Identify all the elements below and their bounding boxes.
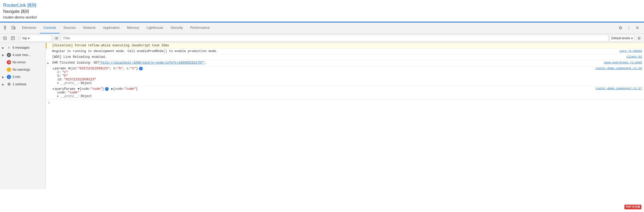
- more-options-button[interactable]: ⋮: [625, 24, 632, 32]
- svg-line-6: [4, 37, 6, 39]
- angular-dev-text: Angular is running in development mode. …: [52, 49, 218, 53]
- tab-security[interactable]: Security: [167, 23, 186, 34]
- clear-console-button[interactable]: [2, 35, 8, 42]
- console-toolbar: top ▾ Default levels ▾ ⚙: [0, 34, 644, 43]
- tab-performance[interactable]: Performance: [186, 23, 213, 34]
- inspect-element-icon[interactable]: [3, 25, 9, 31]
- params-row: ▼ params ▼ {id: "823712312938123" , h: "…: [46, 66, 644, 86]
- live-expressions-button[interactable]: [53, 35, 60, 42]
- params-h-key: , h:: [110, 67, 117, 70]
- params-obj-open: {id:: [70, 67, 77, 70]
- params-obj-close: }: [136, 67, 138, 70]
- query-params-field-proto: ▶ __proto__: Object: [57, 94, 92, 98]
- console-prompt-row[interactable]: ›: [46, 99, 644, 106]
- params-field-c: c: "c": [57, 70, 96, 74]
- devtools-panel: Elements Console Sources Network Applica…: [0, 22, 644, 189]
- wds-row: [WDS] Live Reloading enabled. client:52: [46, 54, 644, 60]
- params-id-value: "823712312938123": [77, 67, 109, 70]
- verbose-icon: ⚙: [7, 82, 11, 86]
- params-expand-icon[interactable]: ▼: [52, 68, 54, 69]
- xhr-source[interactable]: zone-evergreen.js:2845: [599, 61, 642, 64]
- close-devtools-button[interactable]: ✕: [634, 24, 641, 32]
- tab-bar: Elements Console Sources Network Applica…: [0, 23, 644, 34]
- params-h-value: "h": [117, 67, 123, 70]
- filter-toggle-button[interactable]: [9, 35, 16, 42]
- params-c-key: , c:: [123, 67, 130, 70]
- params-c-value: "c": [130, 67, 136, 70]
- user-messages-icon: ●: [7, 53, 11, 57]
- params-field-proto: ▶ __proto__: Object: [57, 81, 96, 85]
- router-link-text[interactable]: RouterLink 跳转: [3, 2, 641, 8]
- info-icon: i: [7, 75, 11, 79]
- warnings-icon: !: [7, 68, 11, 72]
- console-main: ▶ ≡ 6 messages ▶ ● 4 user mes... ▶ ✕ No …: [0, 43, 644, 189]
- query-params-expand2: ▼: [77, 87, 79, 91]
- params-info-icon[interactable]: i: [139, 67, 143, 70]
- params-source[interactable]: router-demo.component.ts:16: [590, 67, 642, 70]
- level-selector[interactable]: Default levels ▾: [609, 35, 635, 42]
- device-toggle-icon[interactable]: [10, 25, 16, 31]
- query-params-obj-close: }: [102, 87, 104, 91]
- chevron-right-icon-user: ▶: [2, 54, 5, 57]
- settings-button[interactable]: ⚙: [617, 24, 624, 32]
- query-params-code-value2: "code": [125, 87, 136, 91]
- params-inline-text: ▼: [68, 67, 70, 70]
- xhr-expand-icon[interactable]: ▶: [47, 62, 49, 65]
- query-params-obj-open: {code:: [79, 87, 91, 91]
- console-settings-button[interactable]: ⚙: [636, 35, 642, 42]
- level-chevron-icon: ▾: [631, 36, 633, 40]
- xhr-url-link[interactable]: "http://localhost:4200/sockjs-node/info?…: [99, 61, 205, 65]
- tab-sources[interactable]: Sources: [60, 23, 80, 34]
- wds-source[interactable]: client:52: [621, 55, 642, 58]
- query-params-source[interactable]: router-demo.component.ts:17: [590, 87, 642, 90]
- svg-rect-0: [4, 26, 6, 28]
- prompt-chevron-icon: ›: [48, 101, 50, 105]
- params-label-text: params: [55, 67, 66, 70]
- context-selector[interactable]: top ▾: [21, 35, 52, 42]
- query-params-inline2: ▶{code:: [111, 87, 124, 91]
- query-params-info-icon[interactable]: i: [105, 87, 109, 91]
- tab-elements[interactable]: Elements: [18, 23, 40, 34]
- query-params-field-code: code: "code": [57, 91, 92, 94]
- sidebar-item-warnings[interactable]: ▶ ! No warnings: [0, 66, 46, 73]
- page-content: RouterLink 跳转 Navigate 跳转 router-demo wo…: [0, 0, 644, 22]
- query-params-code-value1: "code": [91, 87, 102, 91]
- tab-application[interactable]: Application: [99, 23, 123, 34]
- xhr-suffix-text: .: [205, 61, 207, 65]
- tab-console[interactable]: Console: [40, 23, 60, 34]
- chevron-right-icon-verbose: ▶: [2, 83, 5, 86]
- console-input[interactable]: [52, 101, 642, 105]
- svg-rect-3: [12, 26, 14, 29]
- tab-bar-icons: [1, 25, 18, 31]
- query-params-expand-icon[interactable]: ▼: [52, 88, 54, 90]
- works-text: router-demo works!: [3, 15, 641, 19]
- query-params-label: queryParams: [55, 87, 75, 91]
- errors-icon: ✕: [7, 60, 11, 64]
- params-field-h: h: "h": [57, 74, 96, 78]
- wds-text: [WDS] Live Reloading enabled.: [52, 55, 107, 59]
- svg-rect-4: [14, 27, 15, 29]
- angular-dev-source[interactable]: core.js:26833: [614, 49, 642, 53]
- sidebar-item-errors[interactable]: ▶ ✕ No errors: [0, 59, 46, 66]
- sidebar-item-user-messages[interactable]: ▶ ● 4 user mes...: [0, 51, 46, 59]
- sidebar-item-info[interactable]: ▶ i 5 info: [0, 73, 46, 81]
- chevron-right-icon: ▶: [2, 46, 5, 49]
- query-proto-expand-icon[interactable]: ▶: [57, 94, 59, 98]
- proto-expand-icon[interactable]: ▶: [57, 81, 59, 85]
- angular-dev-row: Angular is running in development mode. …: [46, 49, 644, 54]
- params-field-id: id: "823712312938123": [57, 78, 96, 81]
- tab-network[interactable]: Network: [80, 23, 99, 34]
- tab-lighthouse[interactable]: Lighthouse: [143, 23, 167, 34]
- tab-bar-actions: ⚙ ⋮ ✕: [617, 24, 643, 32]
- sidebar-item-messages[interactable]: ▶ ≡ 6 messages: [0, 44, 46, 51]
- sidebar-item-verbose[interactable]: ▶ ⚙ 1 verbose: [0, 81, 46, 88]
- toolbar-divider: [18, 36, 19, 41]
- messages-icon: ≡: [7, 46, 11, 50]
- navigate-text: Navigate 跳转: [3, 9, 641, 14]
- violation-row: [Violation] Forced reflow while executin…: [46, 43, 644, 49]
- tab-memory[interactable]: Memory: [123, 23, 143, 34]
- console-output: [Violation] Forced reflow while executin…: [46, 43, 644, 189]
- query-params-row: ▼ queryParams ▼ {code: "code" } i ▶{code…: [46, 86, 644, 99]
- filter-input[interactable]: [61, 35, 608, 42]
- xhr-prefix-text: XHR finished loading: GET: [52, 61, 99, 65]
